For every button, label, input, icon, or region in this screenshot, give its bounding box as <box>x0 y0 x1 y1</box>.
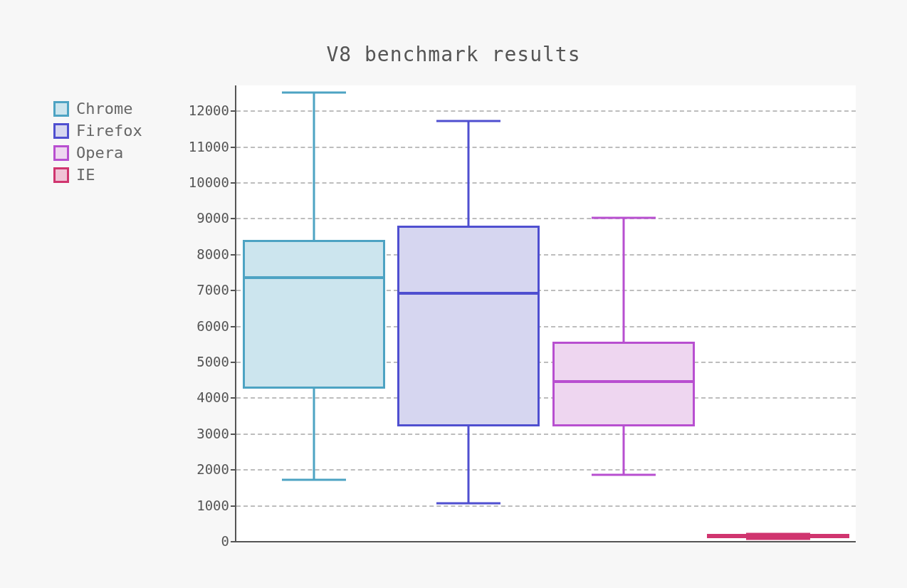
y-tick-label: 7000 <box>196 282 236 298</box>
legend-swatch <box>53 101 69 117</box>
chart-title: V8 benchmark results <box>0 43 907 66</box>
median-line <box>243 276 385 279</box>
legend-item-firefox: Firefox <box>53 122 142 140</box>
y-tick-label: 6000 <box>196 318 236 334</box>
y-tick-label: 5000 <box>196 354 236 369</box>
chart-container: V8 benchmark results ChromeFirefoxOperaI… <box>0 0 907 588</box>
legend-label: Chrome <box>76 100 132 117</box>
whisker-cap-max <box>436 120 500 122</box>
whisker-cap-min <box>436 503 500 505</box>
legend-swatch <box>53 167 69 183</box>
whisker-cap-max <box>282 92 346 94</box>
legend-item-opera: Opera <box>53 144 142 162</box>
y-tick-label: 2000 <box>196 461 236 477</box>
legend-label: Opera <box>76 144 123 162</box>
legend-swatch <box>53 145 69 161</box>
box-series-opera <box>552 85 695 541</box>
median-line <box>707 535 849 538</box>
legend-label: IE <box>76 166 95 184</box>
y-tick-label: 12000 <box>189 103 236 118</box>
y-tick-label: 4000 <box>196 389 236 405</box>
legend-swatch <box>53 123 69 139</box>
legend-label: Firefox <box>76 122 142 140</box>
whisker-cap-min <box>282 479 346 481</box>
box-series-ie <box>707 85 849 541</box>
legend: ChromeFirefoxOperaIE <box>53 100 142 188</box>
y-tick-label: 0 <box>221 533 236 549</box>
y-tick-label: 10000 <box>189 174 236 190</box>
legend-item-chrome: Chrome <box>53 100 142 117</box>
whisker-cap-min <box>592 473 656 476</box>
box-iqr <box>243 240 385 389</box>
legend-item-ie: IE <box>53 166 142 184</box>
box-iqr <box>397 226 540 426</box>
plot-area: 0100020003000400050006000700080009000100… <box>235 85 856 542</box>
y-tick-label: 11000 <box>189 139 236 154</box>
box-series-chrome <box>243 85 385 541</box>
y-tick-label: 8000 <box>196 246 236 262</box>
whisker-cap-max <box>592 217 656 219</box>
y-tick-label: 1000 <box>196 498 236 513</box>
median-line <box>552 380 695 383</box>
median-line <box>397 292 540 295</box>
y-tick-label: 9000 <box>196 210 236 226</box>
box-series-firefox <box>397 85 540 541</box>
box-iqr <box>552 342 695 426</box>
y-tick-label: 3000 <box>196 426 236 441</box>
